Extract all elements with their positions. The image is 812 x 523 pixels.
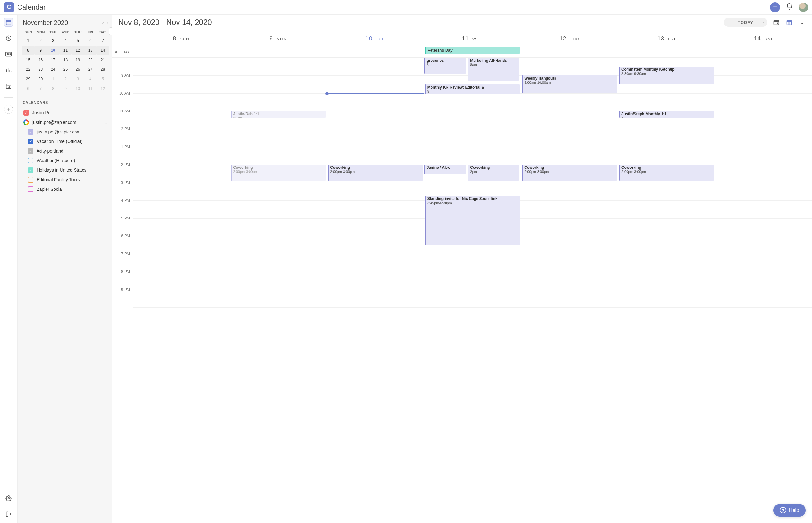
calendar-event[interactable]: Weekly Hangouts9:00am-10:00am [522, 75, 617, 93]
day-column[interactable]: groceries8amMarketing All-Hands8amMonthl… [424, 58, 521, 307]
mini-day[interactable]: 12 [72, 46, 84, 55]
mini-day[interactable]: 20 [84, 55, 96, 65]
mini-day[interactable]: 30 [34, 74, 47, 84]
allday-cell[interactable] [326, 46, 424, 57]
prev-week-button[interactable]: ‹ [724, 18, 732, 27]
calendar-event[interactable]: Coworking2:00pm-3:00pm [231, 165, 326, 181]
rail-contacts-icon[interactable] [4, 50, 13, 59]
mini-day[interactable]: 29 [22, 74, 34, 84]
rail-add-button[interactable]: + [4, 105, 13, 114]
allday-cell[interactable] [133, 46, 230, 57]
mini-day[interactable]: 1 [47, 74, 59, 84]
checkbox-icon[interactable]: ✓ [23, 110, 29, 115]
mini-day[interactable]: 10 [47, 46, 59, 55]
allday-cell[interactable] [521, 46, 618, 57]
calendar-item[interactable]: Weather (Hillsboro) [22, 156, 109, 165]
day-column[interactable]: Justin/Deb 1:111:00aCoworking2:00pm-3:00… [230, 58, 327, 307]
mini-day[interactable]: 24 [47, 65, 59, 74]
mini-day[interactable]: 4 [59, 36, 72, 46]
mini-day[interactable]: 23 [34, 65, 47, 74]
day-header[interactable]: 12 THU [521, 30, 618, 46]
day-column[interactable]: Commstent Monthly Ketchup8:30am-9:30amJu… [618, 58, 715, 307]
mini-day[interactable]: 8 [47, 84, 59, 93]
mini-day[interactable]: 12 [96, 84, 109, 93]
calendar-event[interactable]: Justin/Steph Monthly 1:11 [619, 111, 714, 118]
checkbox-icon[interactable]: ✓ [28, 129, 33, 135]
mini-calendar[interactable]: SUNMONTUEWEDTHUFRISAT1234567891011121314… [22, 28, 109, 93]
settings-icon[interactable] [4, 494, 13, 503]
calendar-item[interactable]: ✓Holidays in United States [22, 165, 109, 175]
help-button[interactable]: ? Help [774, 504, 806, 517]
calendar-event[interactable]: Justin/Deb 1:111:00a [231, 111, 326, 118]
calendar-event[interactable]: groceries8am [424, 58, 466, 74]
app-logo[interactable]: C [4, 2, 14, 13]
rail-search-calendar-icon[interactable] [4, 82, 13, 90]
mini-next-button[interactable]: › [107, 20, 108, 25]
day-column[interactable]: Weekly Hangouts9:00am-10:00amCoworking2:… [521, 58, 618, 307]
day-header[interactable]: 14 SAT [715, 30, 812, 46]
mini-day[interactable]: 11 [84, 84, 96, 93]
mini-day[interactable]: 6 [22, 84, 34, 93]
mini-day[interactable]: 7 [34, 84, 47, 93]
calendar-event[interactable]: Marketing All-Hands8am [467, 58, 519, 80]
checkbox-icon[interactable] [28, 158, 33, 163]
calendar-event[interactable]: Commstent Monthly Ketchup8:30am-9:30am [619, 67, 714, 85]
calendar-event[interactable]: Coworking2:00pm-3:00pm [328, 165, 423, 181]
mini-day[interactable]: 16 [34, 55, 47, 65]
day-header[interactable]: 8 SUN [133, 30, 230, 46]
mini-day[interactable]: 3 [47, 36, 59, 46]
view-dropdown-icon[interactable]: ⌄ [798, 18, 806, 26]
allday-cell[interactable] [230, 46, 327, 57]
mini-day[interactable]: 5 [96, 74, 109, 84]
view-month-icon[interactable] [773, 18, 780, 26]
view-week-icon[interactable] [785, 18, 793, 26]
mini-day[interactable]: 5 [72, 36, 84, 46]
mini-prev-button[interactable]: ‹ [102, 20, 104, 25]
mini-day[interactable]: 26 [72, 65, 84, 74]
calendar-item[interactable]: ✓Vacation Time (Official) [22, 137, 109, 146]
mini-day[interactable]: 22 [22, 65, 34, 74]
mini-day[interactable]: 11 [59, 46, 72, 55]
mini-day[interactable]: 6 [84, 36, 96, 46]
calendar-event[interactable]: Janine / Alex [424, 165, 466, 174]
mini-day[interactable]: 25 [59, 65, 72, 74]
mini-day[interactable]: 1 [22, 36, 34, 46]
calendar-event[interactable]: Coworking2:00pm-3:00pm [619, 165, 714, 181]
day-header[interactable]: 13 FRI [618, 30, 715, 46]
mini-day[interactable]: 2 [59, 74, 72, 84]
day-header[interactable]: 11 WED [424, 30, 521, 46]
allday-cell[interactable] [715, 46, 812, 57]
allday-cell[interactable]: Veterans Day [424, 46, 521, 57]
checkbox-icon[interactable]: ✓ [28, 148, 33, 154]
mini-day[interactable]: 18 [59, 55, 72, 65]
notifications-icon[interactable] [786, 3, 793, 12]
rail-calendar-icon[interactable] [4, 18, 13, 27]
checkbox-icon[interactable]: ✓ [28, 167, 33, 173]
rail-analytics-icon[interactable] [4, 66, 13, 74]
mini-day[interactable]: 3 [72, 74, 84, 84]
mini-day[interactable]: 7 [96, 36, 109, 46]
calendar-item[interactable]: Zapier Social [22, 184, 109, 194]
allday-event[interactable]: Veterans Day [425, 47, 520, 54]
mini-day[interactable]: 9 [59, 84, 72, 93]
create-button[interactable]: + [770, 2, 780, 13]
logout-icon[interactable] [4, 510, 13, 519]
mini-day[interactable]: 4 [84, 74, 96, 84]
calendar-event[interactable]: Coworking2:00pm-3:00pm [522, 165, 617, 181]
calendar-event[interactable]: Standing invite for Nic Cage Zoom link3:… [425, 196, 520, 245]
checkbox-icon[interactable]: ✓ [28, 139, 33, 144]
calendar-item-justin-pot[interactable]: ✓ Justin Pot [22, 108, 109, 118]
day-column[interactable]: Coworking2:00pm-3:00pm [326, 58, 424, 307]
mini-day[interactable]: 8 [22, 46, 34, 55]
day-column[interactable] [133, 58, 230, 307]
day-column[interactable] [715, 58, 812, 307]
mini-day[interactable]: 28 [96, 65, 109, 74]
calendar-event[interactable]: Monthly KR Review: Editorial &9 [425, 85, 520, 94]
mini-day[interactable]: 10 [72, 84, 84, 93]
collapse-sidebar-button[interactable]: ‹ [109, 28, 112, 35]
mini-day[interactable]: 21 [96, 55, 109, 65]
mini-day[interactable]: 17 [47, 55, 59, 65]
mini-day[interactable]: 9 [34, 46, 47, 55]
day-header[interactable]: 9 MON [230, 30, 327, 46]
mini-day[interactable]: 27 [84, 65, 96, 74]
